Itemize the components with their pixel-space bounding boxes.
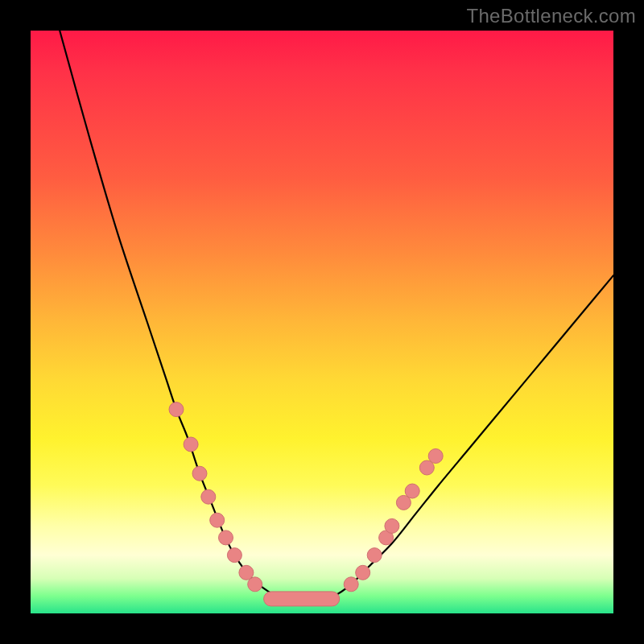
watermark-text: TheBottleneck.com bbox=[466, 5, 636, 27]
marker-flat-bar bbox=[264, 592, 340, 606]
marker-dot bbox=[192, 466, 207, 481]
chart-svg bbox=[31, 31, 613, 613]
marker-dot bbox=[227, 548, 242, 563]
marker-dot bbox=[201, 489, 216, 504]
marker-dot bbox=[385, 518, 399, 533]
bottleneck-curve bbox=[60, 31, 613, 602]
marker-dot bbox=[405, 484, 419, 498]
marker-dot bbox=[184, 437, 198, 452]
marker-dot bbox=[219, 530, 233, 545]
marker-dot bbox=[428, 449, 443, 464]
marker-dot bbox=[248, 577, 262, 592]
marker-group bbox=[169, 402, 443, 606]
marker-dot bbox=[210, 513, 225, 527]
marker-dot bbox=[169, 402, 184, 417]
outer-frame: TheBottleneck.com bbox=[0, 0, 644, 644]
marker-dot bbox=[367, 548, 382, 563]
marker-dot bbox=[356, 565, 370, 580]
marker-dot bbox=[344, 577, 358, 592]
plot-area bbox=[31, 31, 613, 613]
